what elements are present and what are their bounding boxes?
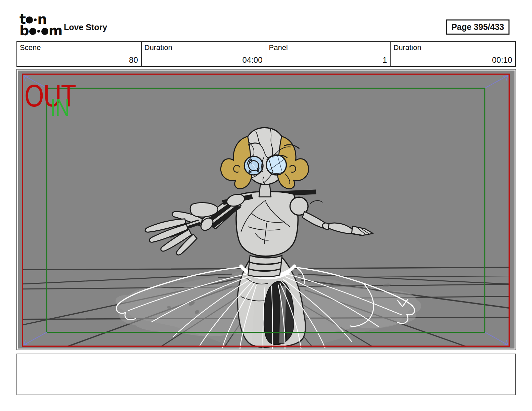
panel-label: Panel [269, 43, 288, 52]
storyboard-panel: OUT IN [16, 69, 516, 350]
caption-box [16, 354, 516, 395]
logo-letter: m [49, 25, 62, 36]
scene-cell: Scene 80 [17, 42, 142, 66]
logo-letter: n [37, 13, 46, 25]
project-title: Love Story [64, 22, 107, 32]
ballerina-figure [116, 128, 414, 349]
logo-dot-icon [37, 30, 40, 33]
figure-right-arm [290, 197, 373, 235]
duration-label: Duration [144, 43, 172, 52]
logo-dot-icon [26, 16, 33, 24]
duration-label: Duration [393, 43, 421, 52]
scene-value: 80 [129, 55, 138, 65]
panel-value: 1 [383, 55, 387, 65]
duration-value: 00:10 [492, 55, 512, 65]
scene-duration-cell: Duration 04:00 [142, 42, 266, 66]
panel-cell: Panel 1 [266, 42, 391, 66]
storyboard-drawing [18, 71, 515, 349]
figure-head [221, 128, 308, 197]
storyboard-page: tn bm Love Story Page 395/433 Scene 80 D… [0, 0, 532, 411]
logo-dot-icon [29, 28, 36, 35]
logo-letter: b [19, 25, 29, 36]
panel-duration-cell: Duration 00:10 [391, 42, 515, 66]
panel-info-table: Scene 80 Duration 04:00 Panel 1 Duration… [16, 41, 516, 67]
logo-dot-icon [41, 28, 48, 35]
camera-in-label: IN [50, 95, 69, 120]
scene-label: Scene [20, 43, 41, 52]
toonboom-logo: tn bm [19, 13, 62, 36]
page-number-badge: Page 395/433 [446, 19, 509, 35]
logo-dot-icon [34, 18, 37, 21]
duration-value: 04:00 [242, 55, 262, 65]
